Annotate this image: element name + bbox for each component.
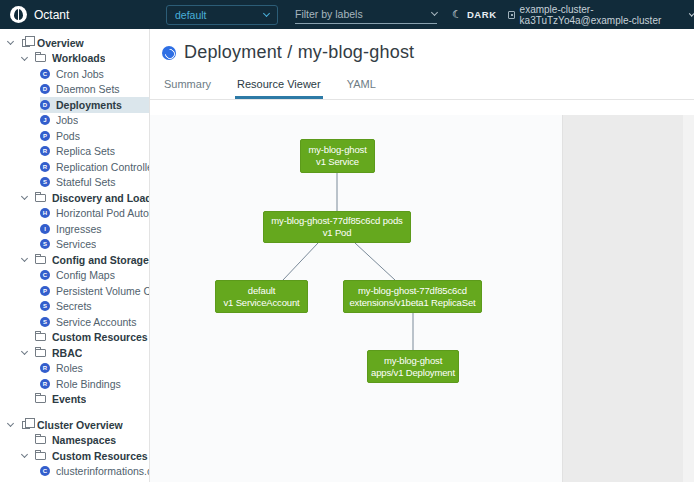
service-accounts-icon: S [40, 317, 50, 327]
ingresses-icon: I [40, 224, 50, 234]
sidebar-item-replica-sets[interactable]: RReplica Sets [0, 144, 149, 160]
sidebar-item-daemon-sets[interactable]: DDaemon Sets [0, 82, 149, 98]
octant-logo-icon [10, 6, 27, 23]
tab-summary[interactable]: Summary [162, 71, 213, 99]
folder-icon [35, 333, 46, 341]
sidebar-item-config-and-storage[interactable]: Config and Storage [0, 252, 149, 268]
sidebar-item-roles[interactable]: RRoles [0, 361, 149, 377]
daemon-sets-icon: D [40, 84, 50, 94]
sidebar-item-config-maps[interactable]: CConfig Maps [0, 268, 149, 284]
brand: Octant [10, 6, 160, 23]
sidebar-item-cluster-overview[interactable]: Cluster Overview [0, 417, 149, 433]
graph-node-label: my-blog-ghost-77df85c6cd pods [264, 215, 410, 227]
chevron-down-icon[interactable] [21, 193, 28, 200]
sidebar-item-label: Cluster Overview [37, 419, 123, 431]
app-title: Octant [34, 8, 69, 22]
graph-node-service[interactable]: my-blog-ghostv1 Service [300, 139, 375, 173]
sidebar-item-rbac[interactable]: RBAC [0, 345, 149, 361]
cluster-icon [508, 11, 515, 19]
graph-node-label: extensions/v1beta1 ReplicaSet [344, 297, 481, 309]
sidebar-item-ingresses[interactable]: IIngresses [0, 221, 149, 237]
pods-icon: P [40, 131, 50, 141]
tab-yaml[interactable]: YAML [345, 71, 378, 99]
sidebar-item-clusterinformations-crd-projec[interactable]: Cclusterinformations.crd.projec [0, 464, 149, 480]
sidebar-item-service-accounts[interactable]: SService Accounts [0, 314, 149, 330]
cron-jobs-icon: C [40, 69, 50, 79]
sidebar-item-label: Cron Jobs [56, 68, 104, 80]
sidebar-item-workloads[interactable]: Workloads [0, 51, 149, 67]
sidebar-item-horizontal-pod-autoscalers[interactable]: HHorizontal Pod Autoscalers [0, 206, 149, 222]
graph-node-label: default [216, 285, 307, 297]
folder-icon [35, 194, 46, 202]
sidebar-item-label: Config Maps [56, 269, 115, 281]
dark-mode-toggle[interactable]: ☾ DARK [452, 0, 497, 29]
folder-icon [35, 54, 46, 62]
sidebar-item-deployments[interactable]: DDeployments [0, 97, 149, 113]
cluster-context-menu[interactable]: example-cluster-ka3TuTzYo4a@example-clus… [508, 0, 694, 29]
sidebar-item-persistent-volume-claims[interactable]: PPersistent Volume Claims [0, 283, 149, 299]
graph-edge [283, 243, 318, 280]
tab-resource-viewer[interactable]: Resource Viewer [235, 71, 323, 99]
namespace-select[interactable]: default [166, 5, 278, 25]
sidebar-item-custom-resources[interactable]: Custom Resources [0, 448, 149, 464]
secrets-icon: S [40, 301, 50, 311]
graph-node-label: v1 Pod [264, 227, 410, 239]
sidebar-item-label: Services [56, 238, 96, 250]
folder-icon [35, 436, 46, 444]
sidebar-item-label: Roles [56, 362, 83, 374]
graph-node-label: my-blog-ghost-77df85c6cd [344, 285, 481, 297]
app-header: Octant default ☾ DARK example-cluster-ka… [0, 0, 694, 29]
navigation-sidebar: OverviewWorkloadsCCron JobsDDaemon SetsD… [0, 29, 150, 482]
sidebar-item-replication-controllers[interactable]: RReplication Controllers [0, 159, 149, 175]
sidebar-item-namespaces[interactable]: Namespaces [0, 433, 149, 449]
sidebar-item-cron-jobs[interactable]: CCron Jobs [0, 66, 149, 82]
sidebar-item-label: Pods [56, 130, 80, 142]
sidebar-item-label: Secrets [56, 300, 92, 312]
folder-icon [35, 452, 46, 460]
graph-node-label: my-blog-ghost [301, 144, 374, 156]
graph-node-pod[interactable]: my-blog-ghost-77df85c6cd podsv1 Pod [263, 211, 411, 243]
sidebar-item-overview[interactable]: Overview [0, 35, 149, 51]
sidebar-item-label: Events [52, 393, 86, 405]
sidebar-item-events[interactable]: Events [0, 392, 149, 408]
sidebar-item-label: Role Bindings [56, 378, 121, 390]
deployments-icon: D [40, 100, 50, 110]
page-title: Deployment / my-blog-ghost [184, 42, 414, 63]
dark-mode-label: DARK [467, 9, 497, 20]
graph-node-replicaset[interactable]: my-blog-ghost-77df85c6cdextensions/v1bet… [343, 280, 482, 313]
sidebar-item-label: Overview [37, 37, 84, 49]
tab-bar: SummaryResource ViewerYAML [150, 71, 694, 100]
sidebar-item-role-bindings[interactable]: RRole Bindings [0, 376, 149, 392]
chevron-down-icon[interactable] [7, 420, 14, 427]
chevron-down-icon [263, 10, 270, 17]
sidebar-item-label: Workloads [52, 52, 105, 64]
sidebar-item-label: Ingresses [56, 223, 102, 235]
chevron-down-icon[interactable] [21, 54, 28, 61]
sidebar-item-secrets[interactable]: SSecrets [0, 299, 149, 315]
sidebar-item-stateful-sets[interactable]: SStateful Sets [0, 175, 149, 191]
replication-controllers-icon: R [40, 162, 50, 172]
chevron-down-icon[interactable] [21, 255, 28, 262]
replica-sets-icon: R [40, 146, 50, 156]
chevron-down-icon [431, 9, 438, 16]
folder-icon [35, 256, 46, 264]
graph-node-serviceaccount[interactable]: defaultv1 ServiceAccount [215, 280, 308, 313]
chevron-down-icon[interactable] [21, 451, 28, 458]
chevron-down-icon[interactable] [21, 348, 28, 355]
sidebar-item-discovery-and-load-balancing[interactable]: Discovery and Load Balancing [0, 190, 149, 206]
label-filter-input[interactable] [295, 8, 432, 20]
sidebar-item-label: Namespaces [52, 434, 116, 446]
sidebar-item-custom-resources[interactable]: Custom Resources [0, 330, 149, 346]
scrollbar-track[interactable] [683, 115, 694, 482]
config-maps-icon: C [40, 270, 50, 280]
sidebar-item-label: RBAC [52, 347, 82, 359]
sidebar-item-services[interactable]: SServices [0, 237, 149, 253]
sidebar-item-jobs[interactable]: JJobs [0, 113, 149, 129]
chevron-down-icon[interactable] [7, 38, 14, 45]
resource-viewer-canvas: my-blog-ghostv1 Servicemy-blog-ghost-77d… [150, 115, 694, 482]
sidebar-item-pods[interactable]: PPods [0, 128, 149, 144]
page-header: Deployment / my-blog-ghost [150, 29, 694, 67]
graph-node-deployment[interactable]: my-blog-ghostapps/v1 Deployment [367, 350, 459, 383]
sidebar-item-label: Jobs [56, 114, 78, 126]
roles-icon: R [40, 363, 50, 373]
